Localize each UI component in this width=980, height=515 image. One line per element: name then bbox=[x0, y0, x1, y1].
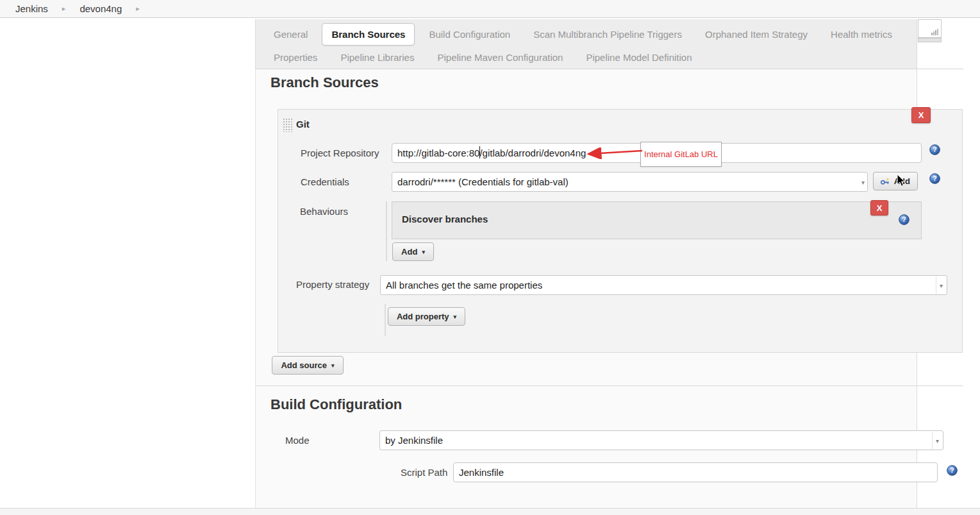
trend-chart-widget-bar bbox=[918, 38, 942, 42]
chevron-down-icon: ▾ bbox=[936, 276, 945, 294]
config-tab-panel: General Branch Sources Build Configurati… bbox=[255, 19, 917, 69]
tab-properties[interactable]: Properties bbox=[265, 47, 326, 68]
build-configuration-heading: Build Configuration bbox=[270, 396, 402, 413]
content-left-border bbox=[255, 69, 256, 508]
breadcrumb-item-devon4ng[interactable]: devon4ng bbox=[79, 3, 122, 14]
svg-text:?: ? bbox=[950, 466, 954, 474]
section-divider bbox=[255, 385, 963, 386]
property-strategy-selected-value: All branches get the same properties bbox=[386, 280, 542, 291]
add-property-label: Add property bbox=[397, 312, 449, 321]
panel-divider bbox=[255, 69, 963, 69]
script-path-input[interactable] bbox=[453, 462, 938, 482]
help-icon[interactable]: ? bbox=[929, 173, 940, 184]
credentials-select[interactable]: darrodri/****** (Credentials for gitlab-… bbox=[392, 172, 868, 192]
add-behaviour-label: Add bbox=[401, 247, 417, 257]
drag-handle-icon[interactable] bbox=[283, 118, 292, 132]
add-source-button[interactable]: Add source ▾ bbox=[272, 356, 344, 375]
trend-chart-widget bbox=[918, 19, 942, 38]
mode-selected-value: by Jenkinsfile bbox=[385, 435, 443, 446]
tab-build-configuration[interactable]: Build Configuration bbox=[420, 24, 519, 45]
svg-text:?: ? bbox=[933, 146, 936, 153]
tab-row-1: General Branch Sources Build Configurati… bbox=[265, 22, 917, 46]
help-icon[interactable]: ? bbox=[899, 214, 909, 225]
credentials-selected-value: darrodri/****** (Credentials for gitlab-… bbox=[397, 176, 569, 187]
help-icon[interactable]: ? bbox=[947, 465, 958, 476]
text-caret bbox=[479, 146, 480, 158]
chevron-down-icon: ▾ bbox=[861, 178, 865, 185]
tab-pipeline-model-definition[interactable]: Pipeline Model Definition bbox=[577, 47, 701, 68]
add-behaviour-button[interactable]: Add ▾ bbox=[392, 242, 434, 261]
behaviour-title: Discover branches bbox=[402, 214, 488, 224]
tab-general[interactable]: General bbox=[265, 24, 317, 45]
caret-down-icon: ▾ bbox=[331, 362, 335, 369]
mode-label: Mode bbox=[285, 435, 310, 446]
mouse-cursor bbox=[897, 174, 906, 187]
breadcrumb-separator-icon: ▸ bbox=[62, 4, 66, 13]
project-repository-label: Project Repository bbox=[301, 148, 379, 158]
svg-text:?: ? bbox=[902, 215, 906, 223]
credentials-label: Credentials bbox=[301, 176, 349, 187]
git-source-block: Git X Project Repository ? Credentials d… bbox=[278, 109, 963, 353]
breadcrumb: Jenkins ▸ devon4ng ▸ bbox=[0, 0, 980, 18]
tab-orphaned-item-strategy[interactable]: Orphaned Item Strategy bbox=[696, 24, 817, 45]
tab-branch-sources[interactable]: Branch Sources bbox=[322, 23, 415, 46]
tab-pipeline-maven-configuration[interactable]: Pipeline Maven Configuration bbox=[428, 47, 572, 68]
add-property-button[interactable]: Add property ▾ bbox=[388, 307, 465, 326]
add-credentials-button[interactable]: Add bbox=[873, 172, 918, 190]
annotation-arrow-icon bbox=[580, 148, 644, 159]
tab-scan-multibranch-pipeline-triggers[interactable]: Scan Multibranch Pipeline Triggers bbox=[524, 24, 691, 45]
mode-select[interactable]: by Jenkinsfile ▾ bbox=[379, 430, 943, 450]
property-strategy-label: Property strategy bbox=[296, 279, 369, 290]
annotation-internal-gitlab-url: Internal GitLab URL bbox=[640, 142, 722, 167]
property-strategy-select[interactable]: All branches get the same properties ▾ bbox=[380, 275, 947, 295]
tab-pipeline-libraries[interactable]: Pipeline Libraries bbox=[331, 47, 423, 68]
caret-down-icon: ▾ bbox=[454, 314, 457, 320]
bar-chart-icon bbox=[931, 28, 939, 35]
behaviour-discover-branches: Discover branches X ? bbox=[392, 201, 922, 239]
breadcrumb-separator-icon: ▸ bbox=[136, 4, 140, 13]
breadcrumb-item-jenkins[interactable]: Jenkins bbox=[15, 3, 48, 14]
chevron-down-icon: ▾ bbox=[932, 432, 941, 449]
delete-git-source-button[interactable]: X bbox=[911, 107, 931, 123]
jenkins-config-page: Jenkins ▸ devon4ng ▸ General Branch Sour… bbox=[0, 0, 980, 515]
property-rail bbox=[385, 304, 386, 336]
tab-health-metrics[interactable]: Health metrics bbox=[822, 24, 901, 45]
git-source-title: Git bbox=[296, 119, 310, 130]
add-source-label: Add source bbox=[281, 360, 327, 370]
behaviours-rail bbox=[386, 201, 387, 261]
help-icon[interactable]: ? bbox=[929, 144, 940, 155]
delete-behaviour-button[interactable]: X bbox=[870, 200, 888, 215]
page-bottom-divider bbox=[0, 508, 980, 515]
svg-text:?: ? bbox=[933, 174, 936, 182]
tab-row-2: Properties Pipeline Libraries Pipeline M… bbox=[265, 46, 917, 68]
key-icon bbox=[881, 178, 890, 185]
caret-down-icon: ▾ bbox=[422, 249, 425, 255]
branch-sources-heading: Branch Sources bbox=[270, 74, 379, 91]
behaviours-label: Behaviours bbox=[300, 206, 348, 217]
script-path-label: Script Path bbox=[401, 467, 447, 478]
